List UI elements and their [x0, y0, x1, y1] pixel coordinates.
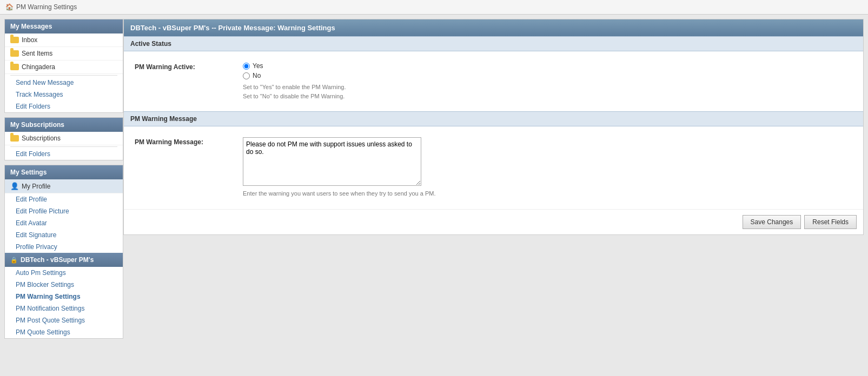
radio-no-label[interactable]: No: [243, 72, 852, 79]
my-settings-header: My Settings: [5, 165, 123, 179]
radio-yes-text: Yes: [253, 62, 263, 70]
sidebar: My Messages Inbox Sent Items Chingadera …: [4, 19, 123, 339]
folder-icon: [10, 50, 19, 57]
link-edit-signature[interactable]: Edit Signature: [5, 229, 123, 241]
link-edit-folders-messages[interactable]: Edit Folders: [5, 100, 123, 112]
sidebar-label-chingadera: Chingadera: [22, 63, 55, 71]
link-pm-blocker-settings[interactable]: PM Blocker Settings: [5, 279, 123, 291]
link-pm-quote-settings[interactable]: PM Quote Settings: [5, 326, 123, 338]
active-status-form: PM Warning Active: Yes No Set to "Ye: [124, 51, 863, 111]
bottom-actions: Save Changes Reset Fields: [124, 209, 863, 234]
pm-warning-help: Enter the warning you want users to see …: [243, 189, 852, 198]
page-breadcrumb: 🏠 PM Warning Settings: [0, 0, 868, 15]
link-send-new-message[interactable]: Send New Message: [5, 77, 123, 89]
sidebar-label-inbox: Inbox: [22, 36, 37, 44]
pm-warning-message-controls: Enter the warning you want users to see …: [243, 137, 852, 198]
link-profile-privacy[interactable]: Profile Privacy: [5, 241, 123, 253]
link-edit-profile[interactable]: Edit Profile: [5, 193, 123, 205]
pm-warning-message-row: PM Warning Message: Enter the warning yo…: [135, 133, 852, 203]
link-track-messages[interactable]: Track Messages: [5, 89, 123, 100]
folder-icon: [10, 64, 19, 70]
sidebar-item-my-profile[interactable]: 👤 My Profile: [5, 179, 123, 193]
sidebar-label-subscriptions: Subscriptions: [22, 135, 61, 142]
link-edit-folders-sub[interactable]: Edit Folders: [5, 148, 123, 160]
pm-warning-textarea[interactable]: [243, 137, 421, 186]
active-status-controls: Yes No Set to "Yes" to enable the PM War…: [243, 62, 852, 100]
save-changes-button[interactable]: Save Changes: [743, 215, 801, 229]
sidebar-item-subscriptions[interactable]: Subscriptions: [5, 132, 123, 145]
sidebar-item-inbox[interactable]: Inbox: [5, 33, 123, 47]
radio-no[interactable]: [243, 72, 250, 79]
breadcrumb-text: PM Warning Settings: [16, 3, 77, 11]
radio-yes[interactable]: [243, 63, 250, 70]
my-messages-header: My Messages: [5, 19, 123, 33]
radio-yes-label[interactable]: Yes: [243, 62, 852, 70]
sidebar-label-dbtech: DBTech - vBSuper PM's: [21, 256, 94, 264]
sidebar-dbtech-header: 🔒 DBTech - vBSuper PM's: [5, 253, 123, 267]
main-content: DBTech - vBSuper PM's -- Private Message…: [123, 19, 864, 235]
sidebar-label-sent-items: Sent Items: [22, 50, 52, 57]
active-status-label: PM Warning Active:: [135, 62, 232, 71]
my-subscriptions-header: My Subscriptions: [5, 118, 123, 132]
sidebar-item-chingadera[interactable]: Chingadera: [5, 61, 123, 74]
link-pm-warning-settings[interactable]: PM Warning Settings: [5, 291, 123, 303]
content-header: DBTech - vBSuper PM's -- Private Message…: [124, 19, 863, 36]
active-status-help-line2: Set to "No" to disable the PM Warning.: [243, 93, 344, 99]
divider: [10, 146, 117, 147]
active-status-help: Set to "Yes" to enable the PM Warning. S…: [243, 83, 852, 100]
folder-icon: [10, 37, 19, 43]
radio-group-active: Yes No: [243, 62, 852, 79]
radio-no-text: No: [253, 72, 261, 79]
person-icon: 👤: [10, 182, 19, 190]
link-auto-pm-settings[interactable]: Auto Pm Settings: [5, 267, 123, 279]
link-edit-avatar[interactable]: Edit Avatar: [5, 217, 123, 229]
pm-warning-message-label: PM Warning Message:: [135, 137, 232, 146]
sidebar-label-my-profile: My Profile: [22, 183, 50, 190]
my-messages-section: My Messages Inbox Sent Items Chingadera …: [4, 19, 123, 113]
link-pm-notification-settings[interactable]: PM Notification Settings: [5, 303, 123, 314]
my-settings-section: My Settings 👤 My Profile Edit Profile Ed…: [4, 165, 123, 339]
sidebar-item-sent-items[interactable]: Sent Items: [5, 47, 123, 61]
link-pm-post-quote-settings[interactable]: PM Post Quote Settings: [5, 314, 123, 326]
pm-warning-message-section-title: PM Warning Message: [124, 111, 863, 126]
divider: [10, 75, 117, 76]
active-status-help-line1: Set to "Yes" to enable the PM Warning.: [243, 84, 346, 90]
reset-fields-button[interactable]: Reset Fields: [804, 215, 857, 229]
link-edit-profile-picture[interactable]: Edit Profile Picture: [5, 205, 123, 217]
my-subscriptions-section: My Subscriptions Subscriptions Edit Fold…: [4, 117, 123, 160]
active-status-row: PM Warning Active: Yes No Set to "Ye: [135, 58, 852, 105]
folder-icon: [10, 135, 19, 142]
pm-warning-message-form: PM Warning Message: Enter the warning yo…: [124, 126, 863, 209]
lock-icon: 🔒: [10, 257, 18, 264]
active-status-section-title: Active Status: [124, 36, 863, 51]
home-icon: 🏠: [5, 3, 14, 11]
